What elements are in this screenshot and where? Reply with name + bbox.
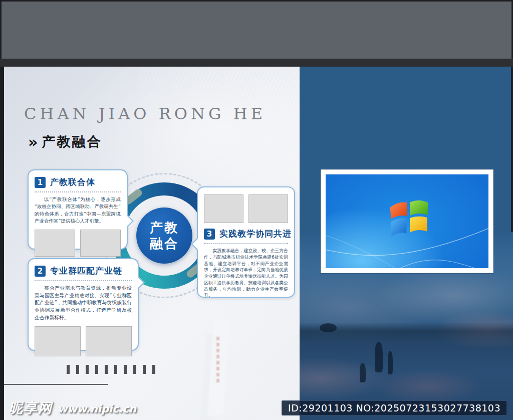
- photo-placeholder-row: [35, 326, 132, 356]
- center-circle: 产教 融合: [136, 207, 192, 264]
- windows-logo-icon: [385, 195, 433, 240]
- dotted-divider: [35, 191, 121, 192]
- callout-body: 整合产业需求与教育资源，推动专业设置与园区主导产业精准对接、实现“专业群匹配产业…: [35, 285, 132, 321]
- screenshot-root: CHAN JIAO RONG HE » 产教融合 产教 融合: [0, 0, 513, 420]
- dotted-divider: [204, 243, 288, 244]
- callout-title-row: 3 实践教学协同共进: [204, 228, 288, 240]
- callout-box-3: 3 实践教学协同共进 实践教学融合，建立政、校、企三方合作，与防城港市职业技术学…: [197, 186, 295, 298]
- callout-title: 实践教学协同共进: [219, 228, 292, 240]
- callout-box-2: 2 专业群匹配产业链 整合产业需求与教育资源，推动专业设置与园区主导产业精准对接…: [28, 258, 139, 351]
- callout-title: 专业群匹配产业链: [50, 265, 122, 277]
- number-badge: 3: [204, 229, 215, 240]
- number-badge: 1: [35, 177, 46, 188]
- photo-placeholder: [35, 230, 75, 257]
- halftone-texture: [139, 67, 300, 182]
- lake-silhouette: [320, 323, 337, 332]
- poster-image: CHAN JIAO RONG HE » 产教融合 产教 融合: [0, 67, 513, 420]
- watermark: 昵享网 www.nipic.cn: [9, 399, 136, 417]
- photo-placeholder: [204, 194, 243, 223]
- gate-red-text: [216, 337, 219, 385]
- poster-title-pinyin: CHAN JIAO RONG HE: [24, 104, 266, 123]
- watermark-site-name: 昵享网: [9, 399, 53, 417]
- center-line2: 融合: [150, 236, 179, 252]
- windows7-desktop: [326, 174, 488, 268]
- image-id-badge: ID:29201103 NO:20250723153027738103: [282, 400, 507, 415]
- double-chevron-icon: »: [28, 133, 35, 151]
- lake-silhouette: [375, 342, 383, 372]
- faded-gate-photo: [195, 320, 250, 420]
- photo-placeholder: [248, 194, 288, 223]
- photo-placeholder-row: [204, 194, 288, 223]
- center-line1: 产教: [150, 220, 179, 236]
- callout-body: 实践教学融合，建立政、校、企三方合作，与防城港市职业技术学院共建6处实训基地、建…: [204, 248, 288, 299]
- horizontal-rule: [4, 384, 108, 385]
- poster-left-panel: CHAN JIAO RONG HE » 产教融合 产教 融合: [4, 67, 300, 420]
- photo-placeholder: [80, 230, 121, 257]
- callout-title-row: 1 产教联合体: [35, 176, 121, 188]
- photo-placeholder: [86, 326, 132, 356]
- lake-silhouette: [360, 363, 366, 382]
- photo-placeholder: [35, 326, 81, 356]
- dash-ornament-row: [67, 365, 155, 374]
- top-gray-panel: [0, 0, 513, 59]
- callout-title: 产教联合体: [50, 176, 95, 188]
- callout-body: 以“产教联合体”为核心，逐步形成“政校企协同、跨区域联动、产教研共生”的特色体系…: [35, 196, 121, 225]
- callout-box-1: 1 产教联合体 以“产教联合体”为核心，逐步形成“政校企协同、跨区域联动、产教研…: [28, 169, 128, 250]
- watermark-url: www.nipic.cn: [58, 403, 136, 415]
- poster-title-chinese: » 产教融合: [28, 133, 102, 151]
- callout-title-row: 2 专业群匹配产业链: [35, 265, 132, 277]
- photo-placeholder-row: [35, 230, 121, 257]
- poster-title-text: 产教融合: [42, 133, 102, 151]
- lake-silhouette: [388, 351, 393, 374]
- poster-left-border: [0, 67, 4, 420]
- number-badge: 2: [35, 266, 46, 277]
- dark-divider-strip: [0, 59, 513, 67]
- windows-screenshot-frame: [321, 169, 493, 273]
- dotted-divider: [35, 280, 132, 281]
